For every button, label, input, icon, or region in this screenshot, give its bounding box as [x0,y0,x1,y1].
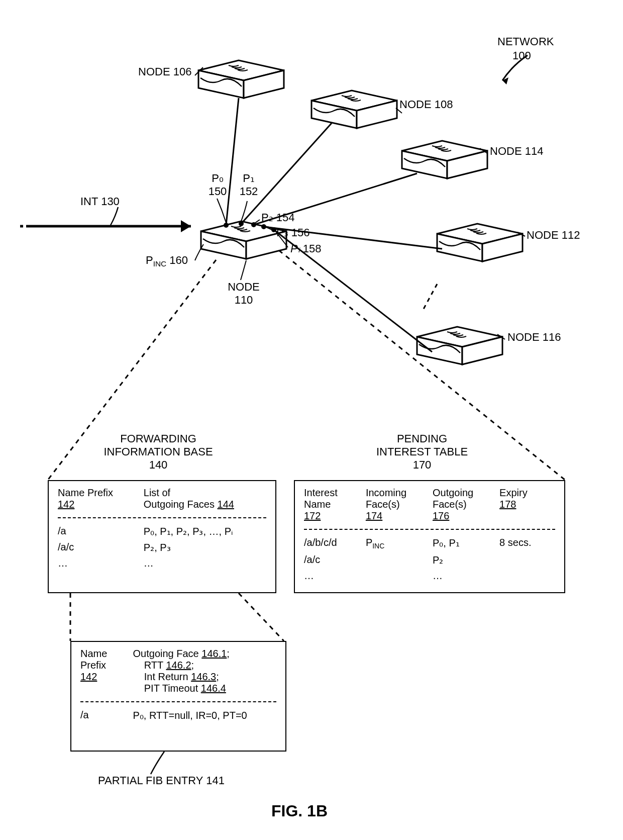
p2-id: 154 [276,211,295,224]
svg-point-6 [239,221,244,226]
pinc-base: P [146,254,153,266]
pit-row1-in [363,552,430,568]
p3-id: 156 [291,226,310,239]
pit-col2-id: 174 [366,510,382,521]
fib-row0-prefix: /a [55,523,141,539]
pit-title-l1: PENDING [397,432,447,445]
node-108-label: NODE 108 [399,98,453,111]
fib-row1-prefix: /a/c [55,539,141,555]
pit-col2-l1: Incoming [366,487,406,498]
pit-col3-id: 176 [433,510,449,521]
fib-row-1: /a/c P₂, P₃ [55,539,269,555]
pit-col3-l1: Outgoing [433,487,473,498]
pit-col4-id: 178 [499,499,516,510]
svg-line-13 [422,284,437,312]
pit-col4-l1: Expiry [499,487,528,498]
svg-point-4 [224,223,229,228]
p1-label: P₁ [243,172,255,184]
pinc-id: 160 [169,254,188,266]
node-110-label: NODE 110 [224,281,264,307]
p1-id: 152 [240,185,258,198]
fib-row2-faces: … [141,555,269,571]
figure-title: FIG. 1B [271,802,328,820]
pit-row1-name: /a/c [301,552,363,568]
svg-marker-2 [181,220,191,232]
pit-col2-l2: Face(s) [366,499,400,510]
pfib-rtt-label: RTT [144,660,163,671]
pfib-outface-label: Outgoing Face [133,648,199,659]
svg-line-24 [239,593,284,641]
p3-label: P₃ [276,226,288,239]
pit-title: PENDING INTEREST TABLE 170 [357,432,487,472]
fib-row0-faces: P₀, P₁, P₂, P₃, …, Pᵢ [141,523,269,539]
fib-title-id: 140 [149,458,168,471]
pit-title-l2: INTEREST TABLE [376,445,468,458]
node-112-label: NODE 112 [527,229,580,242]
pfib-intret-id: 146.3 [191,671,216,682]
node-106-label: NODE 106 [138,65,191,78]
node-110-text: NODE [228,281,260,293]
fib-col1-l1: Name Prefix [58,487,113,498]
fib-col2-l2: Outgoing Faces [144,499,215,510]
pit-col1-id: 172 [304,510,321,521]
fib-col2-id: 144 [218,499,234,510]
fib-col2-l1: List of [144,487,170,498]
pit-row2-name: … [301,568,363,584]
pit-box: Interest Name 172 Incoming Face(s) 174 O… [294,480,565,593]
fib-table: Name Prefix 142 List of Outgoing Faces 1… [55,485,269,571]
pit-row0-in: PINC [363,535,430,552]
p2-label: P₂ [261,211,273,224]
fib-title-l2: INFORMATION BASE [103,445,213,458]
port-p3: P₃ 156 [276,226,310,239]
pfib-row0-prefix: /a [77,707,130,723]
network-id: 100 [512,49,531,62]
pfib-pit-id: 146.4 [201,683,226,694]
fib-box: Name Prefix 142 List of Outgoing Faces 1… [48,480,276,593]
pfib-name-l2: Prefix [80,660,106,671]
node-116-label: NODE 116 [507,331,561,344]
pit-row-0: /a/b/c/d PINC P₀, P₁ 8 secs. [301,535,558,552]
port-p2: P₂ 154 [261,211,295,224]
port-p0: P₀ 150 [205,172,230,198]
pit-title-id: 170 [413,458,432,471]
pfib-name-l1: Name [80,648,107,659]
pit-col3-l2: Face(s) [433,499,467,510]
pit-row-1: /a/c P₂ [301,552,558,568]
pfib-intret-label: Int Return [144,671,188,682]
svg-line-3 [226,98,239,225]
fib-row1-faces: P₂, P₃ [141,539,269,555]
pit-col1-l2: Name [304,499,331,510]
pfib-row-0: /a P₀, RTT=null, IR=0, PT=0 [77,707,279,723]
pit-row1-exp [496,552,558,568]
port-p1: P₁ 152 [236,172,261,198]
pit-row-2: … … [301,568,558,584]
interest-label: INT 130 [80,195,120,208]
partial-fib-label: PARTIAL FIB ENTRY 141 [98,774,225,787]
partial-fib-table: Name Prefix 142 Outgoing Face 146.1; RTT… [77,646,279,723]
fib-title-l1: FORWARDING [120,432,196,445]
pit-row0-out: P₀, P₁ [430,535,496,552]
port-pi: Pᵢ 158 [290,242,322,255]
p0-label: P₀ [212,172,224,184]
pfib-pit-label: PIT Timeout [144,683,198,694]
pit-row2-out: … [430,568,496,584]
partial-fib-box: Name Prefix 142 Outgoing Face 146.1; RTT… [70,641,286,752]
pfib-outface-id: 146.1 [201,648,227,659]
node-110-id: 110 [235,294,253,306]
pfib-rtt-id: 146.2 [166,660,191,671]
pit-row1-out: P₂ [430,552,496,568]
pit-row0-exp: 8 secs. [496,535,558,552]
pit-row0-name: /a/b/c/d [301,535,363,552]
pit-table: Interest Name 172 Incoming Face(s) 174 O… [301,485,558,584]
pi-label: Pᵢ [290,242,300,255]
fib-row-2: … … [55,555,269,571]
pinc-sub: INC [153,259,167,268]
fib-title: FORWARDING INFORMATION BASE 140 [88,432,229,472]
svg-point-10 [261,224,266,229]
fib-col1-id: 142 [58,499,74,510]
fib-row-0: /a P₀, P₁, P₂, P₃, …, Pᵢ [55,523,269,539]
node-114-label: NODE 114 [490,145,543,158]
pi-id: 158 [303,242,322,255]
pfib-name-id: 142 [80,671,97,682]
p0-id: 150 [209,185,227,198]
